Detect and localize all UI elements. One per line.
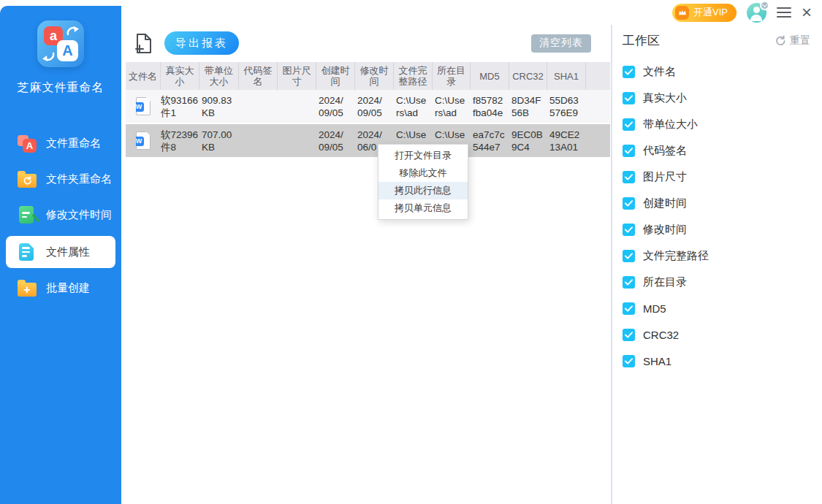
main-menu-button[interactable]: [777, 7, 791, 18]
checkbox-checked-icon[interactable]: [623, 197, 635, 210]
table-row-selected[interactable]: W 软72396 件8 707.00 KB 2024/ 09/05 2024/ …: [126, 124, 610, 159]
option-sha1[interactable]: SHA1: [623, 355, 810, 367]
header-cell-sha1: SHA1: [547, 62, 586, 90]
option-md5[interactable]: MD5: [623, 302, 810, 315]
logo-uppercase-a-icon: A: [57, 40, 78, 61]
sidebar-item-folder-rename[interactable]: 文件夹重命名: [0, 166, 121, 192]
sidebar-item-label: 文件夹重命名: [46, 172, 112, 186]
word-file-icon: W: [136, 131, 151, 150]
checkbox-checked-icon[interactable]: [623, 355, 635, 367]
reset-button[interactable]: 重置: [775, 34, 810, 47]
option-label: 所在目录: [643, 275, 687, 289]
option-label: 创建时间: [643, 196, 687, 210]
workspace-options: 文件名 真实大小 带单位大小 代码签名 图片尺寸 创建时间 修改时间 文件完整: [623, 66, 810, 367]
logo-swap-arrow-icon: [42, 50, 55, 62]
option-modified-time[interactable]: 修改时间: [623, 224, 810, 236]
export-report-button[interactable]: 导出报表: [164, 31, 239, 55]
cell-image-size: [278, 90, 316, 123]
checkbox-checked-icon[interactable]: [623, 171, 635, 183]
sidebar-item-file-properties[interactable]: 文件属性: [6, 236, 115, 268]
file-properties-icon: [18, 243, 37, 261]
cell-filename: W 软72396 件8: [126, 124, 199, 157]
option-crc32[interactable]: CRC32: [623, 329, 810, 341]
checkbox-checked-icon[interactable]: [623, 66, 635, 78]
workspace-title: 工作区: [623, 32, 660, 49]
avatar-person-icon: [753, 7, 760, 13]
cell-size-with-unit: 707.00 KB: [199, 124, 239, 157]
batch-create-icon: +: [18, 278, 37, 297]
option-label: 带单位大小: [643, 118, 698, 131]
cell-md5: ea7c7c 544e7: [471, 124, 509, 157]
table-header: 文件名 真实大小 带单位大小 代码签名 图片尺寸 创建时间 修改时间 文件完整路…: [126, 62, 610, 90]
clear-list-button[interactable]: 清空列表: [531, 34, 591, 53]
hamburger-icon: [777, 7, 791, 9]
header-cell-modified-time: 修改时间: [355, 62, 394, 90]
option-directory[interactable]: 所在目录: [623, 276, 810, 289]
file-rename-icon: A: [18, 134, 37, 153]
header-cell-created-time: 创建时间: [316, 62, 355, 90]
option-created-time[interactable]: 创建时间: [623, 197, 810, 210]
cell-full-path: C:\Use rs\ad: [394, 90, 433, 123]
header-cell-filename: 文件名: [126, 62, 161, 90]
header-cell-size-with-unit: 带单位大小: [199, 62, 239, 90]
option-real-size[interactable]: 真实大小: [623, 92, 810, 104]
cell-size-with-unit: 909.83 KB: [199, 90, 239, 123]
cell-created-time: 2024/ 09/05: [316, 124, 355, 157]
header-cell-md5: MD5: [471, 62, 509, 90]
context-menu-item-copy-row-info[interactable]: 拷贝此行信息: [378, 182, 468, 199]
cell-sha1: 55D63 576E9: [547, 90, 586, 123]
option-image-size[interactable]: 图片尺寸: [623, 171, 810, 183]
header-cell-real-size: 真实大小: [161, 62, 199, 90]
workspace-panel: 工作区 重置 文件名 真实大小 带单位大小 代码签名 图片尺寸 创建时间: [611, 25, 822, 504]
option-full-path[interactable]: 文件完整路径: [623, 250, 810, 262]
app-title: 芝麻文件重命名: [0, 80, 121, 96]
checkbox-checked-icon[interactable]: [623, 224, 635, 236]
sidebar-item-modify-file-time[interactable]: 修改文件时间: [0, 202, 121, 228]
checkbox-checked-icon[interactable]: [623, 302, 635, 315]
refresh-icon: [775, 35, 786, 47]
checkbox-checked-icon[interactable]: [623, 276, 635, 289]
user-avatar[interactable]: [747, 3, 766, 23]
cell-sha1: 49CE2 13A01: [547, 124, 586, 157]
header-cell-image-size: 图片尺寸: [278, 62, 316, 90]
option-label: 代码签名: [643, 144, 687, 158]
header-cell-code-signature: 代码签名: [239, 62, 278, 90]
option-size-with-unit[interactable]: 带单位大小: [623, 118, 810, 131]
option-code-signature[interactable]: 代码签名: [623, 145, 810, 157]
sidebar-item-file-rename[interactable]: A 文件重命名: [0, 130, 121, 156]
add-file-icon: [134, 33, 153, 54]
checkbox-checked-icon[interactable]: [623, 145, 635, 157]
cell-modified-time: 2024/ 09/05: [355, 90, 394, 123]
cell-directory: C:\Use rs\ad: [433, 90, 471, 123]
workspace-header: 工作区 重置: [623, 32, 810, 49]
context-menu-item-copy-cell-info[interactable]: 拷贝单元信息: [378, 199, 468, 217]
checkbox-checked-icon[interactable]: [623, 118, 635, 131]
filename-text: 软93166 件1: [161, 94, 198, 119]
option-filename[interactable]: 文件名: [623, 66, 810, 78]
sidebar-item-label: 文件重命名: [46, 137, 101, 150]
sidebar-item-label: 修改文件时间: [46, 208, 112, 222]
cell-crc32: 8D34F 56B: [509, 90, 547, 123]
context-menu-item-remove-file[interactable]: 移除此文件: [378, 164, 468, 182]
checkbox-checked-icon[interactable]: [623, 250, 635, 262]
avatar-vip-badge-icon: [760, 1, 769, 10]
header-cell-full-path: 文件完整路径: [394, 62, 433, 90]
context-menu-item-open-directory[interactable]: 打开文件目录: [378, 147, 468, 164]
vip-upgrade-button[interactable]: 开通VIP: [672, 4, 737, 22]
option-label: 图片尺寸: [643, 170, 687, 184]
option-label: 真实大小: [643, 91, 687, 105]
checkbox-checked-icon[interactable]: [623, 329, 635, 341]
crown-icon: [675, 6, 689, 20]
table-row[interactable]: W 软93166 件1 909.83 KB 2024/ 09/05 2024/ …: [126, 90, 610, 124]
reset-label: 重置: [790, 34, 810, 47]
cell-filler: [586, 124, 610, 157]
checkbox-checked-icon[interactable]: [623, 92, 635, 104]
sidebar-item-label: 批量创建: [46, 281, 90, 295]
cell-filler: [586, 90, 610, 123]
sidebar-item-batch-create[interactable]: + 批量创建: [0, 275, 121, 301]
vip-label: 开通VIP: [693, 6, 728, 19]
cell-crc32: 9EC0B 9C4: [509, 124, 547, 157]
add-file-button[interactable]: [134, 33, 153, 54]
titlebar: 开通VIP ×: [121, 0, 822, 25]
close-button[interactable]: ×: [802, 4, 812, 21]
